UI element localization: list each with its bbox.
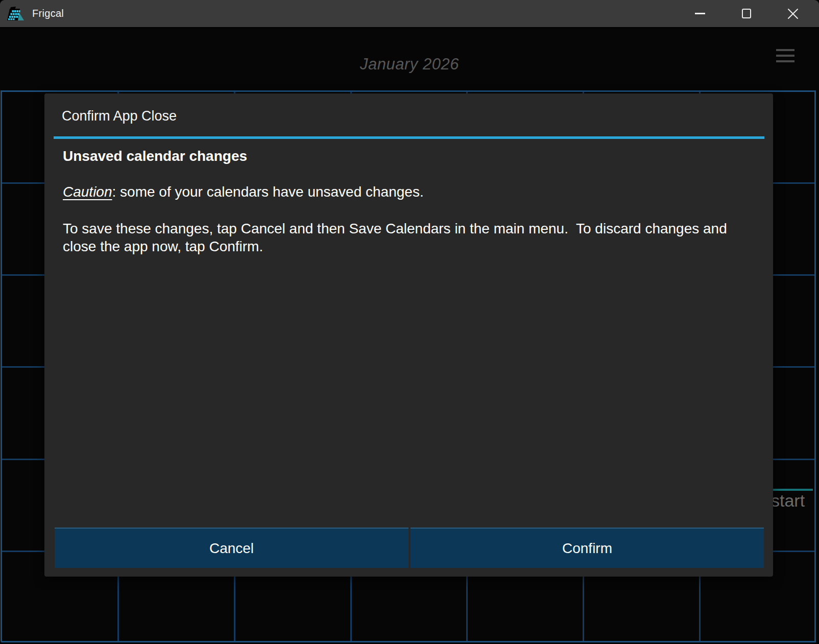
- screen: Frigcal January 2026: [0, 0, 819, 644]
- caution-label: Caution: [63, 184, 112, 200]
- window-controls: [688, 4, 819, 24]
- close-icon: [787, 8, 799, 20]
- close-button[interactable]: [781, 4, 805, 24]
- titlebar: Frigcal: [0, 0, 819, 28]
- dialog-accent-divider: [54, 136, 764, 139]
- window-title: Frigcal: [32, 8, 64, 19]
- caution-text: : some of your calendars have unsaved ch…: [112, 184, 424, 200]
- hamburger-menu-icon: [776, 49, 794, 62]
- confirm-button[interactable]: Confirm: [411, 528, 764, 568]
- hamburger-bar: [776, 60, 794, 62]
- maximize-button[interactable]: [735, 4, 758, 24]
- cancel-button[interactable]: Cancel: [55, 528, 408, 568]
- hamburger-bar: [776, 55, 794, 57]
- dialog-body-text: To save these changes, tap Cancel and th…: [63, 220, 744, 255]
- main-menu-button[interactable]: [774, 47, 797, 63]
- minimize-icon: [695, 13, 705, 14]
- minimize-button[interactable]: [688, 4, 712, 24]
- maximize-icon: [742, 9, 751, 18]
- month-title: January 2026: [0, 55, 819, 74]
- hamburger-bar: [776, 49, 794, 51]
- app-window: Frigcal January 2026: [0, 0, 819, 644]
- confirm-app-close-dialog: Confirm App Close Unsaved calendar chang…: [44, 93, 773, 577]
- dialog-title: Confirm App Close: [62, 108, 177, 124]
- dialog-caution-line: Caution: some of your calendars have uns…: [63, 184, 424, 200]
- dialog-heading: Unsaved calendar changes: [63, 148, 247, 164]
- event-label: start: [771, 492, 805, 509]
- calendar-app-icon: [7, 6, 25, 22]
